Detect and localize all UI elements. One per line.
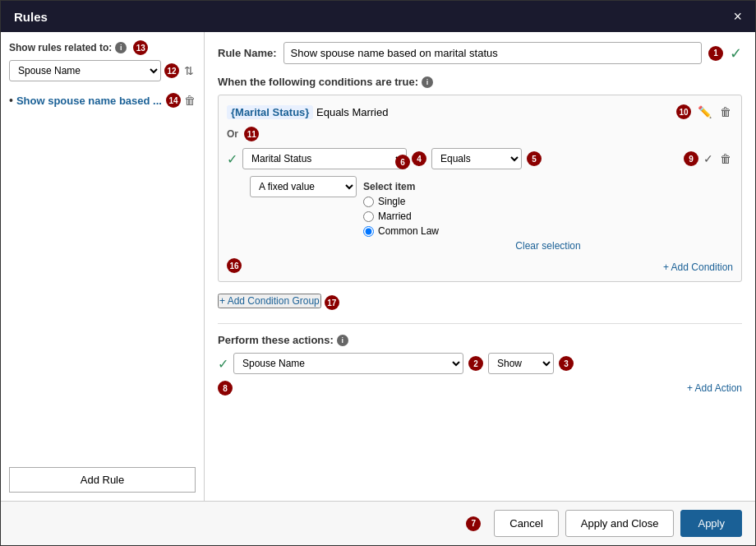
badge-11: 11 — [244, 127, 259, 141]
divider — [218, 323, 742, 324]
info-icon[interactable]: i — [115, 42, 127, 53]
badge-8: 8 — [218, 381, 233, 396]
radio-single[interactable]: Single — [363, 196, 733, 207]
value-row: A fixed value Select item Single Married — [250, 176, 733, 252]
action-verb-select[interactable]: Show — [488, 353, 554, 374]
delete-rule-button[interactable]: 🗑 — [184, 94, 196, 107]
rule-name-input[interactable] — [284, 42, 702, 64]
or-label: Or 11 — [227, 127, 733, 141]
badge-2: 2 — [468, 356, 483, 371]
confirm-condition-button[interactable]: ✓ — [702, 150, 715, 167]
add-condition-group-row: + Add Condition Group 17 — [218, 289, 742, 317]
rule-name-row: Rule Name: 1 ✓ — [218, 42, 742, 64]
perform-section: Perform these actions: i ✓ Spouse Name 2… — [218, 334, 742, 396]
radio-common-law[interactable]: Common Law — [363, 225, 733, 237]
rules-modal: Rules × Show rules related to: i 13 Spou… — [0, 0, 756, 546]
badge-9: 9 — [684, 151, 698, 166]
condition-row-actions: 9 ✓ 🗑 — [684, 150, 733, 167]
apply-button[interactable]: Apply — [680, 510, 742, 537]
badge-17: 17 — [325, 295, 339, 310]
radio-input-married[interactable] — [363, 211, 374, 222]
actions-info-icon[interactable]: i — [337, 335, 348, 346]
rule-list: • Show spouse name based ... 14 🗑 — [9, 90, 196, 467]
value-type-select[interactable]: A fixed value — [250, 176, 357, 197]
close-button[interactable]: × — [733, 9, 742, 24]
conditions-info-icon[interactable]: i — [422, 76, 433, 88]
radio-married[interactable]: Married — [363, 211, 733, 222]
rule-item[interactable]: • Show spouse name based ... 14 🗑 — [9, 90, 196, 111]
rule-name-label: Rule Name: — [218, 47, 277, 59]
delete-condition-button[interactable]: 🗑 — [718, 104, 733, 120]
condition-block: {Marital Status} Equals Married 10 ✏️ 🗑 … — [218, 95, 742, 282]
badge-5: 5 — [527, 151, 542, 166]
badge-3: 3 — [559, 356, 574, 371]
add-condition-button[interactable]: + Add Condition — [663, 261, 733, 273]
saved-condition-text: {Marital Status} Equals Married — [227, 106, 388, 118]
condition-field-select[interactable]: Marital Status — [242, 148, 407, 169]
radio-group: Single Married Common Law 6 — [363, 196, 733, 237]
add-rule-button[interactable]: Add Rule — [9, 467, 196, 493]
valid-check-icon: ✓ — [730, 44, 742, 62]
action-row: ✓ Spouse Name 2 Show 3 — [218, 353, 742, 374]
add-condition-wrapper: 16 + Add Condition — [227, 258, 733, 273]
field-select[interactable]: Spouse Name — [9, 60, 161, 81]
condition-saved-row: {Marital Status} Equals Married 10 ✏️ 🗑 — [227, 104, 733, 120]
clear-selection-link[interactable]: Clear selection — [363, 240, 733, 252]
condition-tag: {Marital Status} — [227, 105, 313, 119]
select-item-label: Select item — [363, 181, 733, 192]
left-panel: Show rules related to: i 13 Spouse Name … — [1, 32, 205, 501]
field-selector-row: Spouse Name 12 ⇅ — [9, 60, 196, 81]
modal-title: Rules — [14, 10, 48, 24]
badge-12: 12 — [164, 63, 179, 78]
rule-item-name: Show spouse name based ... — [16, 95, 163, 107]
modal-footer: 7 Cancel Apply and Close Apply — [1, 501, 755, 545]
badge-16: 16 — [227, 258, 242, 273]
condition-operator-select[interactable]: Equals — [431, 148, 522, 169]
add-action-button[interactable]: + Add Action — [687, 381, 742, 396]
condition-valid-icon: ✓ — [227, 151, 237, 167]
bullet-icon: • — [9, 94, 13, 107]
sort-button[interactable]: ⇅ — [182, 62, 196, 79]
apply-close-button[interactable]: Apply and Close — [565, 510, 675, 537]
badge-6: 6 — [395, 155, 410, 169]
right-panel: Rule Name: 1 ✓ When the following condit… — [205, 32, 755, 501]
action-valid-icon: ✓ — [218, 356, 228, 372]
delete-active-condition-button[interactable]: 🗑 — [718, 150, 733, 167]
show-rules-label: Show rules related to: i 13 — [9, 40, 196, 55]
radio-input-single[interactable] — [363, 197, 374, 207]
badge-13: 13 — [133, 40, 148, 55]
conditions-label: When the following conditions are true: … — [218, 76, 742, 88]
value-area: Select item Single Married — [363, 176, 733, 252]
add-action-wrapper: 8 + Add Action — [218, 381, 742, 396]
badge-1: 1 — [708, 46, 723, 61]
modal-body: Show rules related to: i 13 Spouse Name … — [1, 32, 755, 501]
badge-10: 10 — [676, 104, 691, 119]
badge-4: 4 — [412, 151, 426, 166]
cancel-button[interactable]: Cancel — [494, 510, 558, 537]
radio-input-common-law[interactable] — [363, 226, 374, 237]
perform-actions-label: Perform these actions: i — [218, 334, 742, 346]
active-condition-row: ✓ Marital Status 4 Equals 5 9 ✓ 🗑 — [227, 148, 733, 169]
add-condition-group-button[interactable]: + Add Condition Group — [218, 294, 321, 308]
modal-header: Rules × — [1, 1, 755, 32]
edit-condition-button[interactable]: ✏️ — [696, 104, 713, 120]
condition-actions: 10 ✏️ 🗑 — [676, 104, 733, 120]
action-field-select[interactable]: Spouse Name — [233, 353, 463, 374]
badge-7: 7 — [466, 516, 481, 531]
badge-14: 14 — [166, 93, 181, 108]
